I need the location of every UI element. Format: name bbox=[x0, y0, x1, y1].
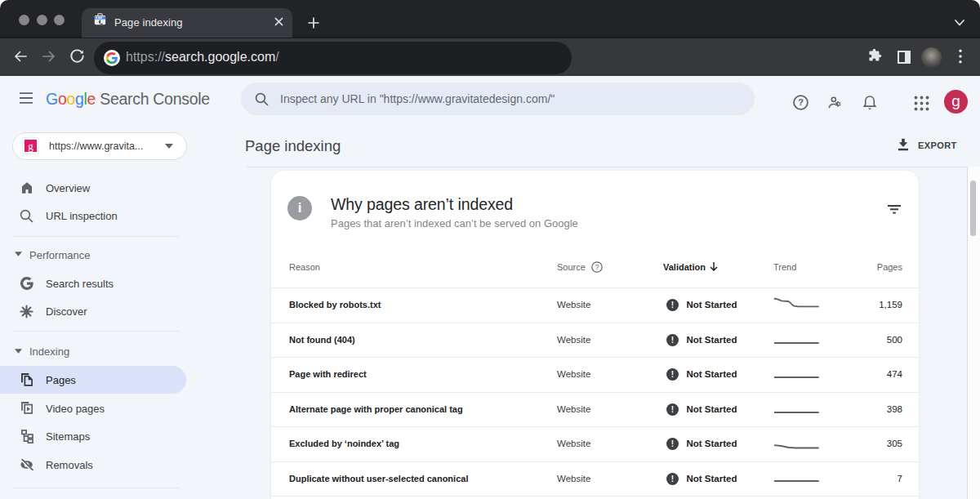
svg-text:?: ? bbox=[798, 97, 804, 107]
svg-text:?: ? bbox=[595, 263, 599, 271]
